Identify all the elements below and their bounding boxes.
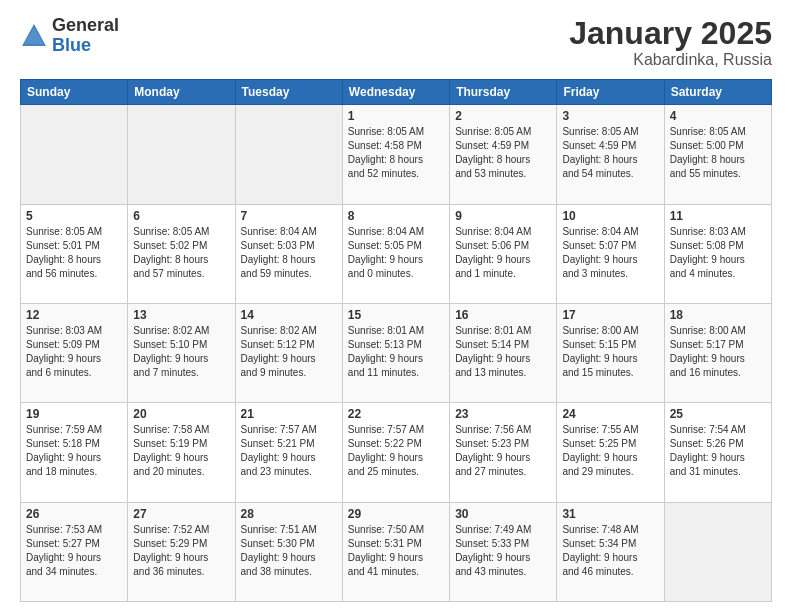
logo-text: General Blue	[52, 16, 119, 56]
table-row: 24Sunrise: 7:55 AM Sunset: 5:25 PM Dayli…	[557, 403, 664, 502]
day-info: Sunrise: 8:04 AM Sunset: 5:07 PM Dayligh…	[562, 225, 658, 281]
table-row: 6Sunrise: 8:05 AM Sunset: 5:02 PM Daylig…	[128, 204, 235, 303]
table-row	[21, 105, 128, 204]
col-friday: Friday	[557, 80, 664, 105]
table-row: 12Sunrise: 8:03 AM Sunset: 5:09 PM Dayli…	[21, 303, 128, 402]
day-info: Sunrise: 8:01 AM Sunset: 5:14 PM Dayligh…	[455, 324, 551, 380]
day-info: Sunrise: 8:05 AM Sunset: 5:02 PM Dayligh…	[133, 225, 229, 281]
day-info: Sunrise: 7:56 AM Sunset: 5:23 PM Dayligh…	[455, 423, 551, 479]
logo-icon	[20, 22, 48, 50]
table-row: 20Sunrise: 7:58 AM Sunset: 5:19 PM Dayli…	[128, 403, 235, 502]
col-monday: Monday	[128, 80, 235, 105]
day-info: Sunrise: 7:57 AM Sunset: 5:21 PM Dayligh…	[241, 423, 337, 479]
day-number: 8	[348, 209, 444, 223]
logo: General Blue	[20, 16, 119, 56]
col-thursday: Thursday	[450, 80, 557, 105]
col-wednesday: Wednesday	[342, 80, 449, 105]
table-row	[664, 502, 771, 601]
header: General Blue January 2025 Kabardinka, Ru…	[20, 16, 772, 69]
day-info: Sunrise: 8:05 AM Sunset: 4:58 PM Dayligh…	[348, 125, 444, 181]
table-row: 7Sunrise: 8:04 AM Sunset: 5:03 PM Daylig…	[235, 204, 342, 303]
day-number: 26	[26, 507, 122, 521]
table-row: 27Sunrise: 7:52 AM Sunset: 5:29 PM Dayli…	[128, 502, 235, 601]
day-info: Sunrise: 7:53 AM Sunset: 5:27 PM Dayligh…	[26, 523, 122, 579]
calendar-week-row: 26Sunrise: 7:53 AM Sunset: 5:27 PM Dayli…	[21, 502, 772, 601]
day-info: Sunrise: 8:00 AM Sunset: 5:17 PM Dayligh…	[670, 324, 766, 380]
day-info: Sunrise: 8:05 AM Sunset: 5:01 PM Dayligh…	[26, 225, 122, 281]
day-number: 6	[133, 209, 229, 223]
day-number: 15	[348, 308, 444, 322]
title-block: January 2025 Kabardinka, Russia	[569, 16, 772, 69]
day-info: Sunrise: 8:01 AM Sunset: 5:13 PM Dayligh…	[348, 324, 444, 380]
day-number: 7	[241, 209, 337, 223]
table-row: 10Sunrise: 8:04 AM Sunset: 5:07 PM Dayli…	[557, 204, 664, 303]
day-number: 5	[26, 209, 122, 223]
day-info: Sunrise: 8:04 AM Sunset: 5:05 PM Dayligh…	[348, 225, 444, 281]
day-number: 12	[26, 308, 122, 322]
table-row: 29Sunrise: 7:50 AM Sunset: 5:31 PM Dayli…	[342, 502, 449, 601]
table-row: 17Sunrise: 8:00 AM Sunset: 5:15 PM Dayli…	[557, 303, 664, 402]
day-number: 29	[348, 507, 444, 521]
day-number: 23	[455, 407, 551, 421]
day-info: Sunrise: 8:02 AM Sunset: 5:10 PM Dayligh…	[133, 324, 229, 380]
table-row: 15Sunrise: 8:01 AM Sunset: 5:13 PM Dayli…	[342, 303, 449, 402]
table-row	[128, 105, 235, 204]
page: General Blue January 2025 Kabardinka, Ru…	[0, 0, 792, 612]
day-info: Sunrise: 8:00 AM Sunset: 5:15 PM Dayligh…	[562, 324, 658, 380]
table-row: 30Sunrise: 7:49 AM Sunset: 5:33 PM Dayli…	[450, 502, 557, 601]
day-number: 14	[241, 308, 337, 322]
day-info: Sunrise: 8:05 AM Sunset: 4:59 PM Dayligh…	[562, 125, 658, 181]
day-info: Sunrise: 8:05 AM Sunset: 4:59 PM Dayligh…	[455, 125, 551, 181]
day-info: Sunrise: 7:51 AM Sunset: 5:30 PM Dayligh…	[241, 523, 337, 579]
calendar-week-row: 12Sunrise: 8:03 AM Sunset: 5:09 PM Dayli…	[21, 303, 772, 402]
table-row	[235, 105, 342, 204]
col-saturday: Saturday	[664, 80, 771, 105]
table-row: 13Sunrise: 8:02 AM Sunset: 5:10 PM Dayli…	[128, 303, 235, 402]
calendar-header-row: Sunday Monday Tuesday Wednesday Thursday…	[21, 80, 772, 105]
day-number: 30	[455, 507, 551, 521]
day-number: 10	[562, 209, 658, 223]
day-info: Sunrise: 7:59 AM Sunset: 5:18 PM Dayligh…	[26, 423, 122, 479]
table-row: 23Sunrise: 7:56 AM Sunset: 5:23 PM Dayli…	[450, 403, 557, 502]
svg-marker-1	[24, 28, 44, 44]
day-info: Sunrise: 8:05 AM Sunset: 5:00 PM Dayligh…	[670, 125, 766, 181]
table-row: 28Sunrise: 7:51 AM Sunset: 5:30 PM Dayli…	[235, 502, 342, 601]
day-number: 9	[455, 209, 551, 223]
day-number: 2	[455, 109, 551, 123]
day-info: Sunrise: 7:52 AM Sunset: 5:29 PM Dayligh…	[133, 523, 229, 579]
table-row: 18Sunrise: 8:00 AM Sunset: 5:17 PM Dayli…	[664, 303, 771, 402]
day-number: 16	[455, 308, 551, 322]
table-row: 11Sunrise: 8:03 AM Sunset: 5:08 PM Dayli…	[664, 204, 771, 303]
day-number: 19	[26, 407, 122, 421]
table-row: 1Sunrise: 8:05 AM Sunset: 4:58 PM Daylig…	[342, 105, 449, 204]
day-number: 20	[133, 407, 229, 421]
day-info: Sunrise: 8:04 AM Sunset: 5:06 PM Dayligh…	[455, 225, 551, 281]
table-row: 4Sunrise: 8:05 AM Sunset: 5:00 PM Daylig…	[664, 105, 771, 204]
calendar-week-row: 19Sunrise: 7:59 AM Sunset: 5:18 PM Dayli…	[21, 403, 772, 502]
table-row: 25Sunrise: 7:54 AM Sunset: 5:26 PM Dayli…	[664, 403, 771, 502]
day-number: 27	[133, 507, 229, 521]
day-number: 3	[562, 109, 658, 123]
day-number: 21	[241, 407, 337, 421]
day-number: 18	[670, 308, 766, 322]
day-number: 1	[348, 109, 444, 123]
table-row: 14Sunrise: 8:02 AM Sunset: 5:12 PM Dayli…	[235, 303, 342, 402]
col-tuesday: Tuesday	[235, 80, 342, 105]
day-number: 17	[562, 308, 658, 322]
table-row: 19Sunrise: 7:59 AM Sunset: 5:18 PM Dayli…	[21, 403, 128, 502]
day-info: Sunrise: 7:49 AM Sunset: 5:33 PM Dayligh…	[455, 523, 551, 579]
day-info: Sunrise: 8:03 AM Sunset: 5:09 PM Dayligh…	[26, 324, 122, 380]
day-number: 4	[670, 109, 766, 123]
calendar-week-row: 5Sunrise: 8:05 AM Sunset: 5:01 PM Daylig…	[21, 204, 772, 303]
col-sunday: Sunday	[21, 80, 128, 105]
table-row: 16Sunrise: 8:01 AM Sunset: 5:14 PM Dayli…	[450, 303, 557, 402]
day-info: Sunrise: 7:55 AM Sunset: 5:25 PM Dayligh…	[562, 423, 658, 479]
day-info: Sunrise: 7:54 AM Sunset: 5:26 PM Dayligh…	[670, 423, 766, 479]
table-row: 26Sunrise: 7:53 AM Sunset: 5:27 PM Dayli…	[21, 502, 128, 601]
day-info: Sunrise: 8:03 AM Sunset: 5:08 PM Dayligh…	[670, 225, 766, 281]
table-row: 31Sunrise: 7:48 AM Sunset: 5:34 PM Dayli…	[557, 502, 664, 601]
day-number: 24	[562, 407, 658, 421]
day-info: Sunrise: 7:58 AM Sunset: 5:19 PM Dayligh…	[133, 423, 229, 479]
logo-general: General	[52, 16, 119, 36]
day-number: 13	[133, 308, 229, 322]
